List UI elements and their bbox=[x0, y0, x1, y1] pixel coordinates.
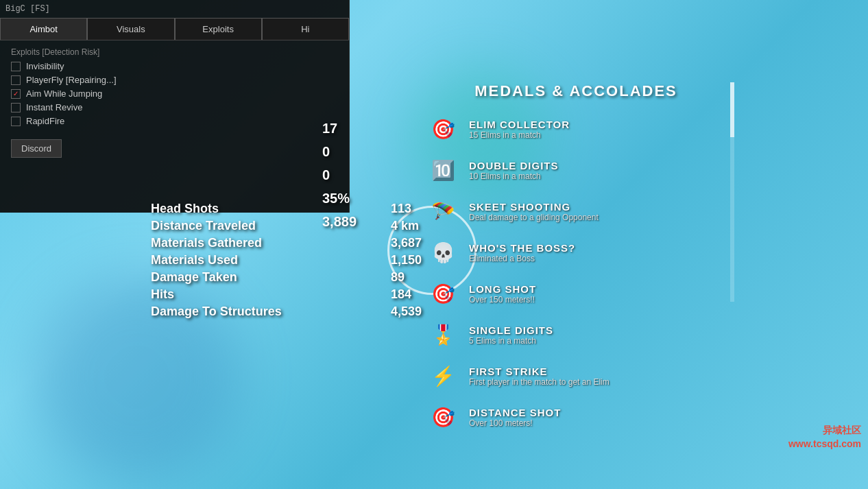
medal-single-digits: 🎖️ SINGLE DIGITS 5 Elims in a match bbox=[425, 317, 727, 353]
stat-label-damage-structures: Damage To Structures bbox=[151, 305, 282, 319]
medal-name-single-digits: SINGLE DIGITS bbox=[469, 324, 553, 336]
medal-icon-elim-collector: 🎯 bbox=[425, 111, 461, 147]
checkbox-invisibility[interactable]: Invisibility bbox=[11, 61, 338, 71]
medal-first-strike: ⚡ FIRST STRIKE First player in the match… bbox=[425, 358, 727, 394]
medal-icon-first-strike: ⚡ bbox=[425, 358, 461, 394]
medal-text-first-strike: FIRST STRIKE First player in the match t… bbox=[469, 366, 610, 387]
medal-desc-first-strike: First player in the match to get an Elim bbox=[469, 377, 610, 387]
cb-label-instant-revive: Instant Revive bbox=[26, 102, 82, 112]
tab-exploits[interactable]: Exploits bbox=[175, 18, 262, 40]
stat-row-damage-structures: Damage To Structures 4,539 bbox=[151, 305, 446, 319]
watermark-text: 异域社区 www.tcsqd.com bbox=[788, 424, 861, 451]
panel-content: Exploits [Detection Risk] Invisibility P… bbox=[0, 40, 349, 165]
medal-text-elim-collector: ELIM COLLECTOR 15 Elims in a match bbox=[469, 119, 570, 140]
medal-skeet-shooting: 🪂 SKEET SHOOTING Deal damage to a glidin… bbox=[425, 193, 727, 229]
medal-desc-single-digits: 5 Elims in a match bbox=[469, 336, 553, 346]
cb-label-rapidfire: RapidFire bbox=[26, 116, 64, 126]
medal-text-single-digits: SINGLE DIGITS 5 Elims in a match bbox=[469, 324, 553, 346]
cb-label-playerfly: PlayerFly [Repairing...] bbox=[26, 75, 117, 85]
medal-desc-elim-collector: 15 Elims in a match bbox=[469, 130, 570, 140]
watermark-line2: www.tcsqd.com bbox=[788, 438, 861, 449]
cb-rapidfire[interactable] bbox=[11, 117, 21, 126]
discord-button[interactable]: Discord bbox=[11, 139, 62, 158]
medal-text-whos-the-boss: WHO'S THE BOSS? Eliminated a Boss bbox=[469, 242, 575, 263]
medal-text-long-shot: LONG SHOT Over 150 meters!! bbox=[469, 283, 536, 305]
tab-bar: Aimbot Visuals Exploits Hi bbox=[0, 18, 349, 40]
medal-double-digits: 🔟 DOUBLE DIGITS 10 Elims in a match bbox=[425, 152, 727, 188]
medal-name-distance-shot: DISTANCE SHOT bbox=[469, 407, 561, 418]
stat-label-damage-taken: Damage Taken bbox=[151, 270, 237, 285]
stat-label-headshots: Head Shots bbox=[151, 202, 219, 216]
watermark: 异域社区 www.tcsqd.com bbox=[649, 393, 861, 482]
medals-section: MEDALS & ACCOLADES 🎯 ELIM COLLECTOR 15 E… bbox=[425, 82, 727, 440]
stat-row-distance: Distance Traveled 4 km bbox=[151, 219, 446, 233]
medal-desc-whos-the-boss: Eliminated a Boss bbox=[469, 254, 575, 263]
panel-title: BigC [FS] bbox=[0, 0, 349, 18]
section-label: Exploits [Detection Risk] bbox=[11, 47, 338, 57]
medal-desc-skeet-shooting: Deal damage to a gliding Opponent bbox=[469, 213, 599, 222]
checkbox-rapidfire[interactable]: RapidFire bbox=[11, 116, 338, 126]
stat-label-hits: Hits bbox=[151, 287, 174, 302]
stats-area: Head Shots 113 Distance Traveled 4 km Ma… bbox=[151, 199, 446, 322]
stat-label-mat-used: Materials Used bbox=[151, 253, 238, 267]
cb-label-aim-jumping: Aim While Jumping bbox=[26, 88, 102, 99]
medal-icon-single-digits: 🎖️ bbox=[425, 317, 461, 353]
stat-row-hits: Hits 184 bbox=[151, 287, 446, 302]
medal-icon-whos-the-boss: 💀 bbox=[425, 235, 461, 270]
cb-invisibility[interactable] bbox=[11, 62, 21, 71]
medal-icon-skeet-shooting: 🪂 bbox=[425, 193, 461, 229]
medal-long-shot: 🎯 LONG SHOT Over 150 meters!! bbox=[425, 276, 727, 311]
cb-aim-jumping[interactable]: ✓ bbox=[11, 89, 21, 99]
cb-playerfly[interactable] bbox=[11, 75, 21, 85]
scrollbar[interactable] bbox=[730, 82, 734, 302]
medal-text-skeet-shooting: SKEET SHOOTING Deal damage to a gliding … bbox=[469, 201, 599, 222]
scrollbar-thumb[interactable] bbox=[730, 82, 734, 137]
medal-name-long-shot: LONG SHOT bbox=[469, 283, 536, 295]
medal-name-whos-the-boss: WHO'S THE BOSS? bbox=[469, 242, 575, 254]
stat-row-mat-gathered: Materials Gathered 3,687 bbox=[151, 236, 446, 250]
checkbox-instant-revive[interactable]: Instant Revive bbox=[11, 102, 338, 112]
cb-label-invisibility: Invisibility bbox=[26, 61, 64, 71]
medal-icon-double-digits: 🔟 bbox=[425, 152, 461, 188]
top-stat-0b: 0 bbox=[322, 163, 357, 187]
top-stat-0a: 0 bbox=[322, 140, 357, 163]
medal-name-double-digits: DOUBLE DIGITS bbox=[469, 160, 559, 171]
medals-title: MEDALS & ACCOLADES bbox=[425, 82, 727, 100]
medal-name-first-strike: FIRST STRIKE bbox=[469, 366, 610, 377]
stat-row-headshots: Head Shots 113 bbox=[151, 202, 446, 216]
medal-icon-distance-shot: 🎯 bbox=[425, 399, 461, 435]
medal-name-elim-collector: ELIM COLLECTOR bbox=[469, 119, 570, 130]
stat-label-distance: Distance Traveled bbox=[151, 219, 256, 233]
cheat-panel: BigC [FS] Aimbot Visuals Exploits Hi Exp… bbox=[0, 0, 350, 213]
tab-hi[interactable]: Hi bbox=[262, 18, 349, 40]
top-stat-17: 17 bbox=[322, 117, 357, 140]
medal-desc-distance-shot: Over 100 meters! bbox=[469, 418, 561, 428]
checkbox-playerfly[interactable]: PlayerFly [Repairing...] bbox=[11, 75, 338, 85]
medal-text-double-digits: DOUBLE DIGITS 10 Elims in a match bbox=[469, 160, 559, 181]
medal-whos-the-boss: 💀 WHO'S THE BOSS? Eliminated a Boss bbox=[425, 235, 727, 270]
stat-row-damage-taken: Damage Taken 89 bbox=[151, 270, 446, 285]
watermark-line1: 异域社区 bbox=[823, 425, 861, 436]
medal-elim-collector: 🎯 ELIM COLLECTOR 15 Elims in a match bbox=[425, 111, 727, 147]
medal-text-distance-shot: DISTANCE SHOT Over 100 meters! bbox=[469, 407, 561, 428]
medal-desc-long-shot: Over 150 meters!! bbox=[469, 295, 536, 305]
checkbox-aim-jumping[interactable]: ✓ Aim While Jumping bbox=[11, 88, 338, 99]
medal-icon-long-shot: 🎯 bbox=[425, 276, 461, 311]
stat-label-mat-gathered: Materials Gathered bbox=[151, 236, 262, 250]
stat-row-mat-used: Materials Used 1,150 bbox=[151, 253, 446, 267]
medal-desc-double-digits: 10 Elims in a match bbox=[469, 171, 559, 181]
tab-visuals[interactable]: Visuals bbox=[87, 18, 174, 40]
tab-aimbot[interactable]: Aimbot bbox=[0, 18, 87, 40]
medal-name-skeet-shooting: SKEET SHOOTING bbox=[469, 201, 599, 213]
cb-instant-revive[interactable] bbox=[11, 103, 21, 112]
